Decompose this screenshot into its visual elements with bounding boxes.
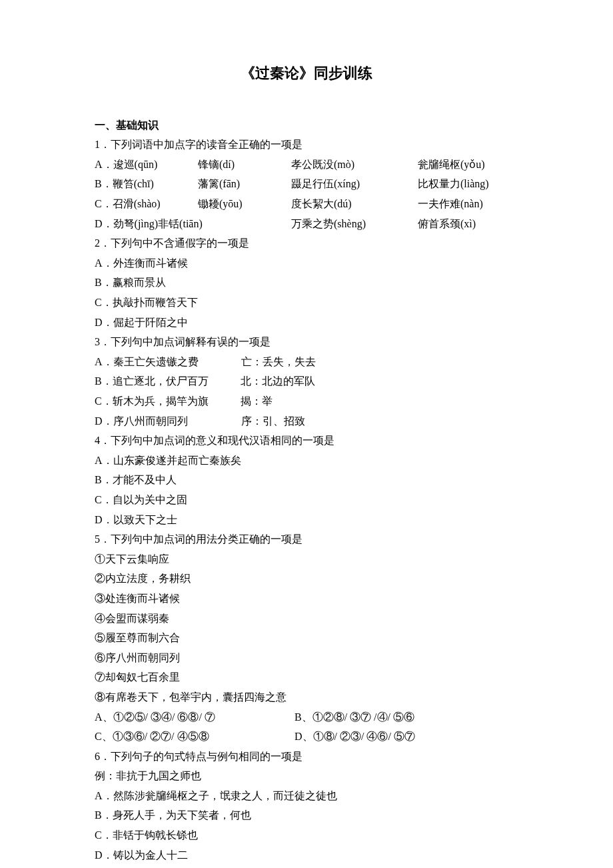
- q1-c-3: 度长絜大(dú): [291, 194, 418, 214]
- q6-opt-c: C．非铦于钩戟长铩也: [73, 825, 540, 845]
- q5-choice-d: D、①⑧/ ②③/ ④⑥/ ⑤⑦: [295, 727, 415, 747]
- q5-item-4: ④会盟而谋弱秦: [73, 609, 540, 629]
- q2-opt-a: A．外连衡而斗诸候: [73, 253, 540, 273]
- q5-item-7: ⑦却匈奴七百余里: [73, 667, 540, 687]
- q1-d-1: D．劲弩(jìng)非铦(tiān): [95, 214, 291, 234]
- q1-c-2: 锄耰(yōu): [198, 194, 291, 214]
- q6-opt-a: A．然陈涉瓮牖绳枢之子，氓隶之人，而迁徒之徒也: [73, 786, 540, 806]
- q2-opt-d: D．倔起于阡陌之中: [73, 313, 540, 333]
- q3-opt-b: B．追亡逐北，伏尸百万 北：北边的军队: [73, 371, 540, 391]
- q4-opt-b: B．才能不及中人: [73, 470, 540, 490]
- q3-stem: 3．下列句中加点词解释有误的一项是: [73, 332, 540, 352]
- q4-stem: 4．下列句中加点词的意义和现代汉语相同的一项是: [73, 431, 540, 451]
- q4-opt-a: A．山东豪俊遂并起而亡秦族矣: [73, 451, 540, 471]
- q1-a-2: 锋镝(dí): [198, 155, 291, 175]
- q6-opt-b: B．身死人手，为天下笑者，何也: [73, 805, 540, 825]
- q1-b-3: 蹑足行伍(xíng): [291, 174, 418, 194]
- q2-opt-b: B．赢粮而景从: [73, 273, 540, 293]
- q6-stem: 6．下列句子的句式特点与例句相同的一项是: [73, 747, 540, 767]
- q5-item-6: ⑥序八州而朝同列: [73, 648, 540, 668]
- q1-b-2: 藩篱(fān): [198, 174, 291, 194]
- q1-row-c: C．召滑(shào) 锄耰(yōu) 度长絜大(dú) 一夫作难(nàn): [73, 194, 540, 214]
- q5-item-5: ⑤履至尊而制六合: [73, 628, 540, 648]
- document-title: 《过秦论》同步训练: [73, 60, 540, 87]
- section-heading: 一、基础知识: [73, 115, 540, 135]
- q3-opt-d: D．序八州而朝同列 序：引、招致: [73, 411, 540, 431]
- q5-choice-a: A、①②⑤/ ③④/ ⑥⑧/ ⑦: [95, 707, 295, 727]
- q3-opt-c: C．斩木为兵，揭竿为旗 揭：举: [73, 391, 540, 411]
- q2-opt-c: C．执敲扑而鞭笞天下: [73, 293, 540, 313]
- q6-example: 例：非抗于九国之师也: [73, 766, 540, 786]
- q1-row-a: A．逡巡(qūn) 锋镝(dí) 孝公既没(mò) 瓮牖绳枢(yǒu): [73, 155, 540, 175]
- q1-c-1: C．召滑(shào): [95, 194, 198, 214]
- q1-b-1: B．鞭笞(chī): [95, 174, 198, 194]
- q4-opt-d: D．以致天下之士: [73, 510, 540, 530]
- q2-stem: 2．下列句中不含通假字的一项是: [73, 233, 540, 253]
- q7-stem: 7．下列对文章的理解和分析不正确的一项是: [73, 865, 540, 868]
- q5-choice-row-2: C、①③⑥/ ②⑦/ ④⑤⑧ D、①⑧/ ②③/ ④⑥/ ⑤⑦: [73, 727, 540, 747]
- q1-a-1: A．逡巡(qūn): [95, 155, 198, 175]
- q1-stem: 1．下列词语中加点字的读音全正确的一项是: [73, 135, 540, 155]
- q5-item-2: ②内立法度，务耕织: [73, 569, 540, 589]
- q5-choice-row-1: A、①②⑤/ ③④/ ⑥⑧/ ⑦ B、①②⑧/ ③⑦ /④/ ⑤⑥: [73, 707, 540, 727]
- q5-stem: 5．下列句中加点词的用法分类正确的一项是: [73, 529, 540, 549]
- q1-row-b: B．鞭笞(chī) 藩篱(fān) 蹑足行伍(xíng) 比权量力(liàng): [73, 174, 540, 194]
- q1-d-3: 万乘之势(shèng): [291, 214, 418, 234]
- q1-d-4: 俯首系颈(xì): [418, 214, 476, 234]
- q1-a-3: 孝公既没(mò): [291, 155, 418, 175]
- q1-c-4: 一夫作难(nàn): [418, 194, 483, 214]
- q6-opt-d: D．铸以为金人十二: [73, 845, 540, 865]
- q1-row-d: D．劲弩(jìng)非铦(tiān) 万乘之势(shèng) 俯首系颈(xì): [73, 214, 540, 234]
- q3-opt-a: A．秦王亡矢遗镞之费 亡：丢失，失去: [73, 352, 540, 372]
- q5-item-8: ⑧有席卷天下，包举宇内，囊括四海之意: [73, 687, 540, 707]
- q1-b-4: 比权量力(liàng): [418, 174, 489, 194]
- q5-choice-b: B、①②⑧/ ③⑦ /④/ ⑤⑥: [295, 707, 414, 727]
- q4-opt-c: C．自以为关中之固: [73, 490, 540, 510]
- q5-item-3: ③处连衡而斗诸候: [73, 589, 540, 609]
- q5-choice-c: C、①③⑥/ ②⑦/ ④⑤⑧: [95, 727, 295, 747]
- q1-a-4: 瓮牖绳枢(yǒu): [418, 155, 485, 175]
- q5-item-1: ①天下云集响应: [73, 549, 540, 569]
